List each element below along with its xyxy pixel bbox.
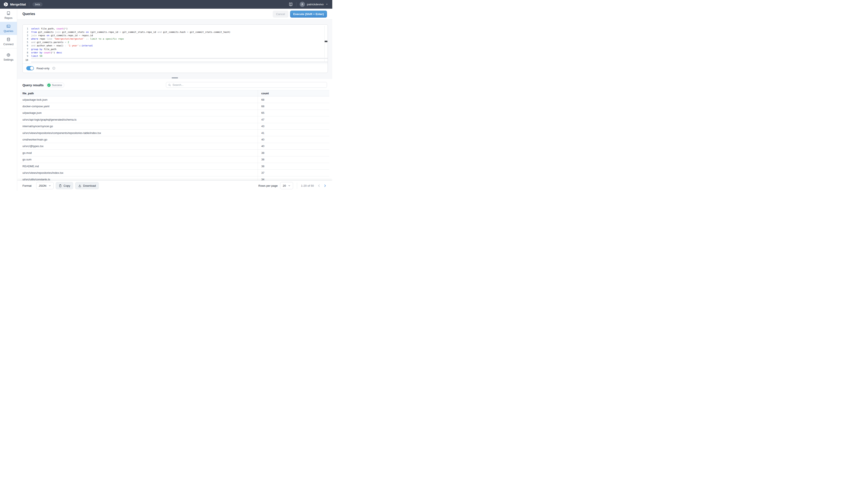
cell-count: 38 bbox=[258, 163, 329, 169]
table-row: go.sum38 bbox=[20, 156, 329, 163]
sql-code-editor[interactable]: 1select file_path, count(*)2from git_com… bbox=[23, 25, 328, 64]
cancel-button[interactable]: Cancel bbox=[273, 11, 288, 17]
username[interactable]: patrickdevivo bbox=[307, 3, 324, 6]
terminal-icon bbox=[6, 24, 11, 28]
sidebar-item-label: Settings bbox=[4, 58, 14, 61]
gear-icon bbox=[6, 53, 11, 57]
code-line[interactable]: 8order by count(*) desc bbox=[23, 51, 328, 54]
rows-per-page-select[interactable]: 20 bbox=[280, 182, 293, 189]
cell-file-path: docker-compose.yaml bbox=[20, 105, 258, 108]
beta-badge: beta bbox=[32, 2, 42, 6]
search-input[interactable] bbox=[172, 83, 325, 87]
table-header: file_path count bbox=[20, 90, 329, 96]
read-only-toggle[interactable] bbox=[26, 66, 34, 70]
code-lines: 1select file_path, count(*)2from git_com… bbox=[23, 27, 328, 63]
table-row: ui/package.json65 bbox=[20, 110, 329, 116]
column-header-count[interactable]: count bbox=[258, 90, 329, 96]
brand-logo[interactable]: MergeStat bbox=[3, 2, 26, 7]
status-badge: Success bbox=[46, 82, 64, 88]
query-results-section: Query results Success bbox=[17, 79, 332, 183]
panel-resize-handle[interactable] bbox=[172, 77, 178, 78]
caret-down-icon[interactable] bbox=[326, 3, 328, 5]
code-line[interactable]: 2from git_commits join git_commit_stats … bbox=[23, 30, 328, 34]
cell-file-path: cmd/worker/main.go bbox=[20, 138, 258, 141]
search-box bbox=[166, 82, 327, 88]
line-number: 8 bbox=[23, 51, 31, 54]
topbar-divider bbox=[296, 2, 297, 7]
query-editor-section: 1select file_path, count(*)2from git_com… bbox=[17, 19, 332, 79]
cell-file-path: ui/src/@types.tsx bbox=[20, 145, 258, 148]
line-number: 10 bbox=[23, 58, 31, 63]
cell-count: 40 bbox=[258, 136, 329, 143]
code-line[interactable]: 4where repo like '%mergestat/mergestat' … bbox=[23, 37, 328, 41]
table-row: ui/src/views/repositories/index.tsx37 bbox=[20, 170, 329, 176]
info-icon[interactable] bbox=[52, 67, 55, 70]
results-title: Query results bbox=[23, 83, 44, 87]
code-line[interactable]: 5and git_commits.parents < 2 bbox=[23, 41, 328, 44]
table-row: ui/package-lock.json68 bbox=[20, 96, 329, 103]
cell-file-path: go.mod bbox=[20, 151, 258, 155]
code-line[interactable]: 1select file_path, count(*) bbox=[23, 27, 328, 30]
code-line[interactable]: 6and author_when > now() - '1 year'::int… bbox=[23, 44, 328, 48]
cell-count: 65 bbox=[258, 110, 329, 116]
chevron-down-icon bbox=[49, 184, 51, 187]
results-footer-bar: Format JSON Copy Download bbox=[17, 181, 332, 191]
next-page-button[interactable] bbox=[323, 184, 327, 188]
sidebar-item-label: Connect bbox=[3, 43, 14, 46]
cell-file-path: README.md bbox=[20, 165, 258, 168]
line-number: 1 bbox=[23, 27, 31, 30]
avatar[interactable] bbox=[300, 2, 305, 7]
cell-file-path: ui/package-lock.json bbox=[20, 98, 258, 101]
rows-per-page-value: 20 bbox=[283, 184, 286, 187]
brand-name: MergeStat bbox=[10, 2, 26, 6]
table-row: internal/syncer/syncer.go43 bbox=[20, 123, 329, 130]
cell-file-path: go.sum bbox=[20, 158, 258, 161]
topbar: MergeStat beta patrickdevivo bbox=[0, 0, 332, 9]
code-line-content: from git_commits join git_commit_stats o… bbox=[31, 30, 328, 34]
previous-page-button[interactable] bbox=[317, 184, 321, 188]
code-line-content: join repos on git_commits.repo_id = repo… bbox=[31, 34, 328, 37]
copy-label: Copy bbox=[64, 184, 70, 187]
code-line-content: and author_when > now() - '1 year'::inte… bbox=[31, 44, 328, 48]
sidebar-item-settings[interactable]: Settings bbox=[0, 50, 17, 64]
code-line-content: select file_path, count(*) bbox=[31, 27, 328, 30]
sidebar-item-queries[interactable]: Queries bbox=[0, 22, 17, 35]
chevron-left-icon bbox=[317, 184, 321, 187]
pagination-range: 1-20 of 50 bbox=[301, 184, 314, 187]
cell-file-path: internal/syncer/syncer.go bbox=[20, 124, 258, 128]
cell-file-path: ui/src/views/repositories/components/rep… bbox=[20, 131, 258, 134]
table-row: go.mod38 bbox=[20, 149, 329, 156]
line-number: 3 bbox=[23, 34, 31, 37]
sidebar-item-repos[interactable]: Repos bbox=[0, 9, 17, 22]
format-label: Format bbox=[23, 184, 31, 187]
code-line[interactable]: 9limit 50 bbox=[23, 54, 328, 58]
download-button[interactable]: Download bbox=[75, 182, 99, 189]
topbar-divider bbox=[29, 2, 29, 7]
download-icon bbox=[78, 184, 81, 187]
cell-file-path: ui/src/api-logic/graphql/generated/schem… bbox=[20, 118, 258, 121]
code-line[interactable]: 10 bbox=[23, 58, 328, 63]
code-line[interactable]: 3join repos on git_commits.repo_id = rep… bbox=[23, 34, 328, 37]
code-line[interactable]: 7group by file_path bbox=[23, 48, 328, 51]
cell-count: 38 bbox=[258, 156, 329, 163]
table-row: ui/src/@types.tsx40 bbox=[20, 143, 329, 149]
format-value: JSON bbox=[39, 184, 47, 187]
editor-scrollbar-thumb[interactable] bbox=[325, 41, 327, 42]
clipboard-icon bbox=[59, 184, 62, 187]
read-only-label: Read-only bbox=[37, 67, 50, 70]
docs-book-icon[interactable] bbox=[288, 2, 293, 7]
line-number: 2 bbox=[23, 30, 31, 34]
table-row: cmd/worker/main.go40 bbox=[20, 136, 329, 143]
format-select[interactable]: JSON bbox=[36, 182, 54, 189]
copy-button[interactable]: Copy bbox=[56, 182, 73, 189]
table-row: docker-compose.yaml68 bbox=[20, 103, 329, 109]
sql-editor-panel: 1select file_path, count(*)2from git_com… bbox=[23, 24, 328, 73]
download-label: Download bbox=[83, 184, 96, 187]
cell-count: 38 bbox=[258, 149, 329, 156]
sidebar-item-connect[interactable]: Connect bbox=[0, 35, 17, 48]
code-line-content: where repo like '%mergestat/mergestat' -… bbox=[31, 37, 328, 41]
table-row: ui/src/api-logic/graphql/generated/schem… bbox=[20, 116, 329, 123]
execute-button[interactable]: Execute (Shift + Enter) bbox=[290, 11, 327, 17]
code-line-content bbox=[31, 58, 328, 63]
column-header-file-path[interactable]: file_path bbox=[20, 92, 258, 95]
